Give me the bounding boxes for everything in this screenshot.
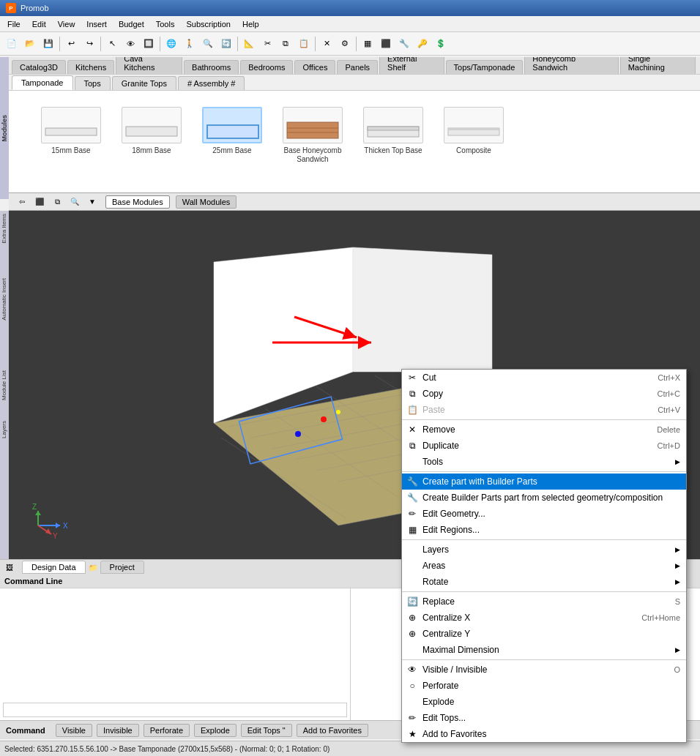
- context-menu-item-9[interactable]: ▦Edit Regions...: [402, 522, 686, 538]
- tb-extra2[interactable]: ⬛: [377, 35, 395, 53]
- tb-select[interactable]: ↖: [103, 35, 121, 53]
- tab-tops[interactable]: Tops/Tamponade: [446, 60, 524, 74]
- tb-extra5[interactable]: 💲: [432, 35, 450, 53]
- context-menu-item-8[interactable]: ✏Edit Geometry...: [402, 506, 686, 522]
- catalog-item-4[interactable]: Thicken Top Base: [360, 107, 426, 155]
- tb-extra1[interactable]: ▦: [359, 35, 376, 53]
- tb-copy[interactable]: ⧉: [277, 35, 294, 53]
- perforate-btn[interactable]: Perforate: [144, 724, 190, 737]
- context-menu-item-2[interactable]: 📋PasteCtrl+V: [402, 402, 686, 418]
- tab-catalog3d[interactable]: Catalog3D: [12, 60, 66, 74]
- context-menu-item-21[interactable]: ★Add to Favorites: [402, 726, 686, 742]
- context-menu-item-19[interactable]: Explode: [402, 694, 686, 710]
- invisible-btn[interactable]: Invisible: [97, 724, 139, 737]
- context-menu-label-16: Maximal Dimension: [422, 645, 669, 655]
- context-menu-separator: [402, 471, 686, 472]
- layers-tab[interactable]: Layers: [0, 418, 8, 441]
- tb-measure[interactable]: 📐: [240, 35, 258, 53]
- tab-design-data[interactable]: Design Data: [22, 561, 86, 574]
- context-menu-label-17: Visible / Invisible: [422, 665, 674, 675]
- mod-tab-assembly[interactable]: # Assembly #: [178, 76, 245, 90]
- menu-help[interactable]: Help: [237, 18, 265, 30]
- tab-bathrooms[interactable]: Bathrooms: [184, 60, 239, 74]
- tb-perspective[interactable]: 🔲: [140, 35, 157, 53]
- tab-bedrooms[interactable]: Bedrooms: [240, 60, 293, 74]
- tb-extra3[interactable]: 🔧: [395, 35, 413, 53]
- tb-redo[interactable]: ↪: [81, 35, 98, 53]
- extra-items-tab[interactable]: Extra Items: [0, 211, 8, 246]
- command-input[interactable]: [3, 703, 347, 717]
- mod-tab-tops[interactable]: Tops: [75, 76, 111, 90]
- tab-kitchens[interactable]: Kitchens: [67, 60, 114, 74]
- menu-tools[interactable]: Tools: [150, 18, 181, 30]
- command-textarea[interactable]: [3, 591, 347, 679]
- wall-modules-btn[interactable]: Wall Modules: [176, 195, 237, 209]
- context-menu-item-7[interactable]: 🔧Create Builder Parts part from selected…: [402, 490, 686, 506]
- tb-render[interactable]: 🌐: [163, 35, 180, 53]
- mod-tab-granite[interactable]: Granite Tops: [112, 76, 176, 90]
- tb-save[interactable]: 💾: [40, 35, 57, 53]
- context-menu-item-16[interactable]: Maximal Dimension▶: [402, 642, 686, 658]
- tab-offices[interactable]: Offices: [294, 60, 335, 74]
- catalog-item-2[interactable]: 25mm Base: [199, 107, 265, 155]
- context-menu-label-18: Perforate: [422, 681, 680, 691]
- menu-insert[interactable]: Insert: [81, 18, 113, 30]
- tb-paste[interactable]: 📋: [295, 35, 313, 53]
- context-menu-item-12[interactable]: Rotate▶: [402, 574, 686, 590]
- tb-undo[interactable]: ↩: [62, 35, 80, 53]
- tab-panels[interactable]: Panels: [337, 60, 378, 74]
- context-menu-item-17[interactable]: 👁Visible / InvisibleO: [402, 662, 686, 678]
- context-menu-item-11[interactable]: Areas▶: [402, 558, 686, 574]
- context-menu-item-18[interactable]: ○Perforate: [402, 678, 686, 694]
- context-menu-item-15[interactable]: ⊕Centralize Y: [402, 626, 686, 642]
- tb-delete[interactable]: ✕: [318, 35, 335, 53]
- menu-file[interactable]: File: [1, 18, 26, 30]
- tab-single-machining[interactable]: Single Machining: [620, 57, 696, 74]
- tb-walk[interactable]: 🚶: [181, 35, 198, 53]
- catalog-item-5[interactable]: Composite: [441, 107, 507, 155]
- menu-edit[interactable]: Edit: [26, 18, 52, 30]
- mod-tab-tamponade[interactable]: Tamponade: [12, 75, 73, 90]
- tb-rotate[interactable]: 🔄: [217, 35, 235, 53]
- explode-btn[interactable]: Explode: [194, 724, 237, 737]
- context-menu-item-5[interactable]: Tools▶: [402, 454, 686, 470]
- tb-open[interactable]: 📂: [21, 35, 39, 53]
- tb-zoom-in[interactable]: 🔍: [199, 35, 217, 53]
- automatic-insert-tab[interactable]: Automatic Insert: [0, 275, 8, 323]
- tab-cava-kitchens[interactable]: Cava Kitchens: [116, 57, 182, 74]
- search-catalog-btn[interactable]: 🔍: [67, 195, 82, 209]
- add-favorites-btn[interactable]: Add to Favorites: [297, 724, 368, 737]
- context-menu-item-1[interactable]: ⧉CopyCtrl+C: [402, 386, 686, 402]
- tb-settings[interactable]: ⚙: [336, 35, 354, 53]
- tab-honeycomb[interactable]: Honeycomb Sandwich: [524, 57, 618, 74]
- copy-catalog-btn[interactable]: ⧉: [50, 195, 64, 209]
- context-menu-item-14[interactable]: ⊕Centralize XCtrl+Home: [402, 610, 686, 626]
- tb-extra4[interactable]: 🔑: [414, 35, 431, 53]
- visible-btn[interactable]: Visible: [56, 724, 92, 737]
- tab-project[interactable]: Project: [100, 561, 144, 574]
- catalog-item-0[interactable]: 15mm Base: [38, 107, 104, 155]
- scroll-left-btn[interactable]: ⇦: [15, 195, 29, 209]
- context-menu-item-20[interactable]: ✏Edit Tops...: [402, 710, 686, 726]
- tb-view3d[interactable]: 👁: [122, 35, 139, 53]
- context-menu-item-3[interactable]: ✕RemoveDelete: [402, 422, 686, 438]
- edit-tops-btn[interactable]: Edit Tops ": [241, 724, 292, 737]
- tab-external-shelf[interactable]: External Shelf: [379, 57, 444, 74]
- catalog-item-3[interactable]: Base Honeycomb Sandwich: [280, 107, 346, 164]
- move-btn[interactable]: ⬛: [32, 195, 47, 209]
- tb-new[interactable]: 📄: [3, 35, 21, 53]
- module-list-tab[interactable]: Module List: [0, 367, 8, 403]
- catalog-item-1[interactable]: 18mm Base: [119, 107, 185, 155]
- context-menu-item-10[interactable]: Layers▶: [402, 542, 686, 558]
- tb-cut[interactable]: ✂: [258, 35, 276, 53]
- context-menu-icon-20: ✏: [405, 713, 420, 723]
- context-menu-item-4[interactable]: ⧉DuplicateCtrl+D: [402, 438, 686, 454]
- context-menu-item-13[interactable]: 🔄ReplaceS: [402, 594, 686, 610]
- context-menu-item-6[interactable]: 🔧Create part with Builder Parts: [402, 474, 686, 490]
- base-modules-btn[interactable]: Base Modules: [105, 195, 170, 209]
- menu-subscription[interactable]: Subscription: [180, 18, 237, 30]
- filter-btn[interactable]: ▼: [85, 195, 100, 209]
- context-menu-item-0[interactable]: ✂CutCtrl+X: [402, 370, 686, 386]
- menu-view[interactable]: View: [52, 18, 81, 30]
- menu-budget[interactable]: Budget: [113, 18, 150, 30]
